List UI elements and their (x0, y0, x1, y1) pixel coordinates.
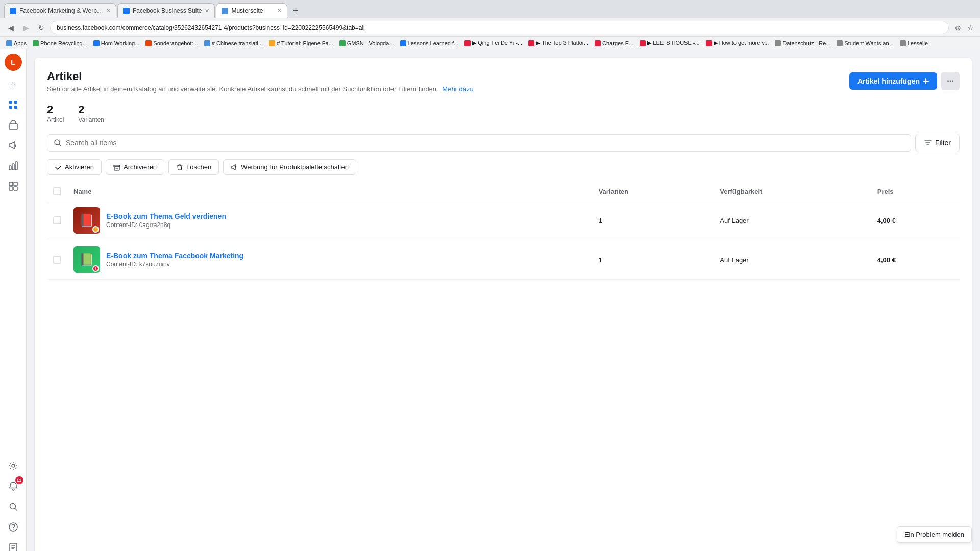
svg-rect-11 (14, 187, 17, 190)
page-description: Sieh dir alle Artikel in deinem Katalog … (47, 85, 474, 93)
row1-thumbnail: 📕 (74, 207, 100, 234)
bookmark-chinese[interactable]: # Chinese translati... (202, 39, 265, 47)
back-button[interactable]: ◀ (4, 21, 17, 34)
browser-chrome: Facebook Marketing & Werbe... ✕ Facebook… (0, 0, 980, 49)
row2-name-info: E-Book zum Thema Facebook Marketing Cont… (106, 252, 243, 268)
more-options-button[interactable]: ··· (941, 72, 960, 90)
archive-icon (113, 164, 120, 171)
browser-toolbar: ◀ ▶ ↻ business.facebook.com/commerce/cat… (0, 18, 980, 36)
svg-rect-6 (12, 164, 14, 170)
bookmark-lee[interactable]: ▶ LEE 'S HOUSE -... (638, 39, 701, 47)
more-link[interactable]: Mehr dazu (442, 85, 473, 93)
header-actions: Artikel hinzufügen ··· (849, 72, 960, 90)
sidebar-help[interactable] (4, 518, 22, 536)
row2-checkbox[interactable] (53, 256, 61, 264)
bookmark-gmsn[interactable]: GMSN - Vologda... (337, 39, 396, 47)
notifications-icon[interactable]: 13 (4, 477, 22, 495)
search-input[interactable] (66, 139, 904, 147)
sidebar-bottom: 13 (4, 457, 22, 551)
col-verfuegbarkeit: Verfügbarkeit (714, 182, 871, 201)
sidebar-item-grid[interactable] (4, 95, 22, 114)
archivieren-button[interactable]: Archivieren (106, 159, 164, 175)
tab-2-label: Facebook Business Suite (133, 7, 202, 14)
page-header: Artikel Sieh dir alle Artikel in deinem … (47, 70, 960, 93)
row1-name-info: E-Book zum Thema Geld verdienen Content-… (106, 212, 226, 229)
sidebar-settings[interactable] (4, 457, 22, 475)
sidebar: L ⌂ (0, 49, 27, 551)
address-bar[interactable]: business.facebook.com/commerce/catalog/3… (50, 21, 949, 34)
bookmark-money[interactable]: Charges E... (593, 39, 635, 47)
notification-badge: 13 (15, 476, 23, 484)
varianten-label: Varianten (78, 116, 104, 123)
svg-point-12 (12, 464, 15, 467)
svg-point-15 (13, 529, 14, 530)
reload-button[interactable]: ↻ (35, 21, 48, 34)
col-varianten: Varianten (593, 182, 714, 201)
report-problem-button[interactable]: Ein Problem melden (897, 526, 972, 543)
avatar: L (5, 54, 22, 71)
sidebar-item-megaphone[interactable] (4, 136, 22, 155)
sidebar-item-home[interactable]: ⌂ (4, 75, 22, 93)
bookmark-student[interactable]: Student Wants an... (835, 39, 895, 47)
row2-varianten: 1 (593, 240, 714, 280)
select-all-checkbox[interactable] (53, 187, 61, 195)
check-icon (55, 164, 62, 171)
sidebar-item-catalog[interactable] (4, 177, 22, 195)
bookmark-how[interactable]: Hom Working... (91, 39, 142, 47)
sidebar-activity[interactable] (4, 538, 22, 551)
promote-icon (231, 164, 238, 171)
zoom-button[interactable]: ⊕ (953, 22, 963, 33)
tab-1-close[interactable]: ✕ (106, 8, 111, 14)
svg-rect-5 (9, 166, 11, 170)
loeschen-button[interactable]: Löschen (168, 159, 219, 175)
svg-rect-2 (9, 106, 12, 109)
row1-checkbox[interactable] (53, 216, 61, 224)
row1-name-cell: 📕 E-Book zum Thema Geld verdienen Conten… (74, 207, 586, 234)
svg-rect-8 (9, 182, 13, 186)
row1-varianten: 1 (593, 201, 714, 240)
bookmark-lessons[interactable]: Lessons Learned f... (398, 39, 461, 47)
bookmark-star[interactable]: ☆ (965, 22, 976, 33)
apps-bookmark[interactable]: Apps (4, 39, 29, 47)
promote-button[interactable]: Werbung für Produktpalette schalten (223, 159, 356, 175)
svg-rect-0 (9, 101, 12, 104)
action-toolbar: Aktivieren Archivieren Löschen Werbung f… (47, 159, 960, 175)
new-tab-button[interactable]: + (288, 4, 303, 18)
items-table: Name Varianten Verfügbarkeit Preis (47, 182, 960, 280)
bookmark-top3[interactable]: ▶ The Top 3 Platfor... (526, 39, 591, 47)
bookmark-lesselie[interactable]: Lesselie (898, 39, 930, 47)
search-box (47, 134, 911, 152)
table-row: 📗 ! E-Book zum Thema Facebook Marketing … (47, 240, 960, 280)
row2-name[interactable]: E-Book zum Thema Facebook Marketing (106, 252, 243, 260)
tab-2[interactable]: Facebook Business Suite ✕ (117, 3, 215, 18)
tab-3-label: Musterseite (231, 7, 263, 14)
add-item-button[interactable]: Artikel hinzufügen (849, 72, 937, 90)
bookmark-qing[interactable]: ▶ Qing Fei De Yi -... (462, 39, 524, 47)
sidebar-item-shop[interactable] (4, 116, 22, 134)
tab-3[interactable]: Musterseite ✕ (216, 3, 287, 18)
bookmark-tutorial[interactable]: # Tutorial: Eigene Fa... (267, 39, 335, 47)
bookmark-howmore[interactable]: ▶ How to get more v... (704, 39, 771, 47)
filter-button[interactable]: Filter (915, 134, 960, 152)
aktivieren-button[interactable]: Aktivieren (47, 159, 102, 175)
tab-2-close[interactable]: ✕ (205, 8, 209, 14)
row2-content-id: Content-ID: k7kouzuinv (106, 261, 243, 268)
artikel-label: Artikel (47, 116, 64, 123)
bookmark-phone[interactable]: Phone Recycling... (31, 39, 89, 47)
main-panel: Artikel Sieh dir alle Artikel in deinem … (35, 58, 972, 551)
app-layout: L ⌂ (0, 49, 980, 551)
sidebar-item-chart[interactable] (4, 157, 22, 175)
tab-3-close[interactable]: ✕ (277, 8, 282, 14)
bookmark-sonder[interactable]: Sonderangebot:... (143, 39, 200, 47)
table-row: 📕 E-Book zum Thema Geld verdienen Conten… (47, 201, 960, 240)
bookmark-datenschutz[interactable]: Datenschutz - Re... (773, 39, 832, 47)
row1-name[interactable]: E-Book zum Thema Geld verdienen (106, 212, 226, 220)
row2-preis: 4,00 € (871, 240, 960, 280)
trash-icon (176, 164, 183, 171)
forward-button[interactable]: ▶ (19, 21, 33, 34)
row1-preis: 4,00 € (871, 201, 960, 240)
sidebar-search[interactable] (4, 497, 22, 516)
tab-1[interactable]: Facebook Marketing & Werbe... ✕ (4, 3, 116, 18)
varianten-stat: 2 Varianten (78, 103, 104, 123)
page-title: Artikel (47, 70, 474, 83)
